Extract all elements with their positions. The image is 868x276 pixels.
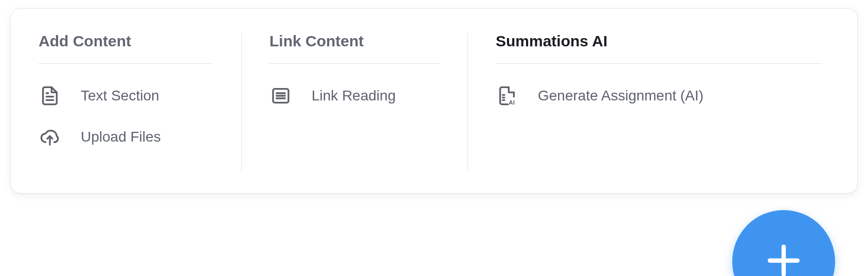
link-reading-label: Link Reading	[312, 88, 395, 104]
link-content-title: Link Content	[269, 32, 440, 64]
text-section-option[interactable]: Text Section	[39, 75, 213, 116]
plus-icon	[762, 239, 805, 276]
upload-files-label: Upload Files	[81, 129, 161, 145]
text-section-label: Text Section	[81, 88, 159, 104]
cloud-upload-icon	[39, 126, 61, 148]
add-content-column: Add Content Text Section	[11, 32, 241, 173]
add-fab[interactable]	[732, 210, 835, 276]
svg-text:AI: AI	[509, 99, 515, 106]
link-reading-option[interactable]: Link Reading	[269, 75, 440, 116]
content-menu-card: Add Content Text Section	[10, 8, 858, 194]
summations-ai-title: Summations AI	[496, 32, 822, 64]
reading-list-icon	[269, 84, 292, 107]
generate-assignment-label: Generate Assignment (AI)	[538, 88, 703, 104]
summations-ai-column: Summations AI AI Generate Assignment (AI…	[467, 32, 858, 173]
generate-assignment-option[interactable]: AI Generate Assignment (AI)	[496, 75, 822, 116]
ai-document-icon: AI	[496, 84, 518, 107]
document-text-icon	[39, 84, 61, 107]
upload-files-option[interactable]: Upload Files	[39, 116, 213, 158]
link-content-column: Link Content Link Reading	[241, 32, 467, 173]
add-content-title: Add Content	[39, 32, 213, 64]
